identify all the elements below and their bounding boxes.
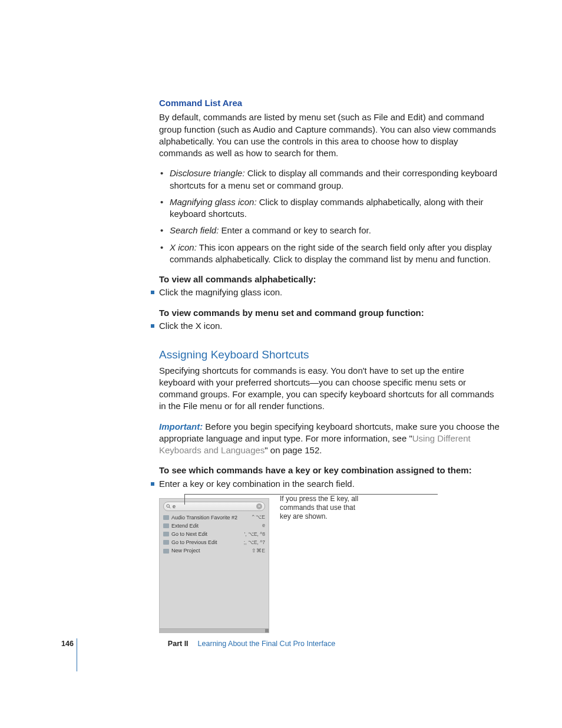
svg-point-0 <box>167 505 170 508</box>
bullet-list: Disclosure triangle: Click to display al… <box>159 167 501 265</box>
shortcut-keys: e <box>262 522 265 529</box>
step-item: Enter a key or key combination in the se… <box>151 478 501 490</box>
shortcut-keys: ⇧⌘E <box>252 548 265 554</box>
list-item: Search field: Enter a command or key to … <box>159 225 501 236</box>
scroll-thumb[interactable] <box>265 629 269 633</box>
result-list: Audio Transition Favorite #2⌃⌥EExtend Ed… <box>160 513 269 628</box>
section-intro: Specifying shortcuts for commands is eas… <box>159 365 501 413</box>
part-label: Part II <box>168 639 189 649</box>
command-label: Extend Edit <box>171 522 260 529</box>
command-icon <box>163 549 169 554</box>
command-label: New Project <box>171 547 249 554</box>
shortcut-keys: ⌃⌥E <box>251 514 265 521</box>
command-label: Audio Transition Favorite #2 <box>171 514 249 521</box>
close-icon[interactable]: × <box>256 503 262 509</box>
command-list-panel: × Audio Transition Favorite #2⌃⌥EExtend … <box>159 498 269 633</box>
step-item: Click the X icon. <box>151 320 501 332</box>
section-heading-assigning: Assigning Keyboard Shortcuts <box>159 347 501 363</box>
section-heading-command-list: Command List Area <box>159 97 501 109</box>
page-number: 146 <box>61 639 74 649</box>
step-item: Click the magnifying glass icon. <box>151 286 501 298</box>
list-item[interactable]: Go to Next Edit', ⌥E, ^8 <box>160 530 269 538</box>
step-list: Click the X icon. <box>159 320 501 332</box>
list-item[interactable]: Extend Edite <box>160 522 269 530</box>
section-intro: By default, commands are listed by menu … <box>159 111 501 159</box>
command-icon <box>163 515 169 520</box>
command-icon <box>163 540 169 545</box>
part-title: Learning About the Final Cut Pro Interfa… <box>198 639 335 649</box>
list-item: Disclosure triangle: Click to display al… <box>159 167 501 192</box>
search-field[interactable]: × <box>163 502 265 511</box>
list-item[interactable]: New Project⇧⌘E <box>160 546 269 555</box>
list-item: X icon: This icon appears on the right s… <box>159 242 501 266</box>
command-label: Go to Previous Edit <box>171 539 242 546</box>
important-note: Important: Before you begin specifying k… <box>159 421 501 457</box>
procedure-heading: To see which commands have a key or key … <box>159 465 501 476</box>
shortcut-keys: ;, ⌥E, ^7 <box>244 539 265 546</box>
scrollbar[interactable] <box>160 628 269 633</box>
list-item[interactable]: Go to Previous Edit;, ⌥E, ^7 <box>160 538 269 546</box>
callout-tick <box>184 494 185 505</box>
page-body: Command List Area By default, commands a… <box>159 97 501 633</box>
list-item: Magnifying glass icon: Click to display … <box>159 196 501 220</box>
command-icon <box>163 523 169 528</box>
shortcut-keys: ', ⌥E, ^8 <box>244 531 265 538</box>
search-input[interactable] <box>171 503 256 509</box>
command-label: Go to Next Edit <box>171 531 242 538</box>
svg-line-1 <box>169 507 170 508</box>
procedure-heading: To view commands by menu set and command… <box>159 307 501 319</box>
search-icon[interactable] <box>166 504 171 509</box>
step-list: Click the magnifying glass icon. <box>159 286 501 298</box>
figure: If you press the E key, all commands tha… <box>159 498 501 633</box>
callout-text: If you press the E key, all commands tha… <box>280 495 362 521</box>
procedure-heading: To view all commands alphabetically: <box>159 274 501 285</box>
list-item[interactable]: Audio Transition Favorite #2⌃⌥E <box>160 513 269 522</box>
step-list: Enter a key or key combination in the se… <box>159 478 501 490</box>
command-icon <box>163 532 169 536</box>
page-footer: 146 Part II Learning About the Final Cut… <box>61 639 335 649</box>
important-label: Important: <box>159 421 203 431</box>
